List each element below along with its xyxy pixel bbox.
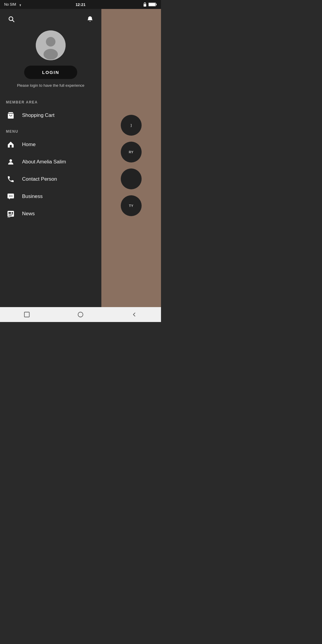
home-icon-wrapper [6,141,16,148]
cart-icon-wrapper [6,112,16,119]
sidebar-item-shopping-cart[interactable]: Shopping Cart [0,107,101,124]
svg-point-8 [46,37,55,47]
avatar-image [36,30,66,60]
square-icon [24,311,30,318]
status-right [143,2,157,7]
sidebar-item-business[interactable]: Business [0,188,101,205]
svg-rect-24 [24,312,30,317]
sidebar-item-about[interactable]: About Amelia Salim [0,153,101,171]
home-icon [7,141,15,148]
svg-line-6 [13,20,14,22]
news-label: News [22,211,35,217]
svg-rect-21 [8,215,12,216]
svg-rect-4 [156,4,157,5]
svg-point-0 [20,6,21,6]
about-label: About Amelia Salim [22,159,66,165]
login-button[interactable]: LOGIN [24,66,77,79]
person-icon [7,158,15,166]
cart-icon [7,112,15,119]
background-panel: ] RY TY [101,9,161,322]
news-icon-wrapper: DN [6,210,16,218]
sidebar-item-home[interactable]: Home [0,136,101,153]
sidebar-item-contact[interactable]: Contact Person [0,171,101,188]
bell-icon [87,16,93,22]
svg-rect-3 [149,3,155,6]
battery-icon [148,2,157,7]
member-area-label: MEMBER AREA [0,95,101,107]
news-icon: DN [7,210,15,218]
bg-badge-3 [121,168,142,189]
lock-icon [143,2,147,7]
chat-icon-wrapper [6,193,16,200]
bg-badge-1: ] [121,115,142,136]
shopping-cart-label: Shopping Cart [22,112,55,118]
svg-rect-1 [144,4,146,7]
avatar [36,30,66,60]
nav-home-button[interactable] [72,309,89,321]
back-icon [131,311,137,318]
bg-badge-2: RY [121,142,142,162]
nav-square-button[interactable] [18,309,36,321]
svg-point-9 [44,49,58,60]
svg-rect-19 [8,212,11,214]
svg-rect-12 [10,145,12,148]
search-button[interactable] [6,14,17,24]
svg-point-16 [10,196,11,196]
svg-point-13 [10,159,12,162]
profile-section: LOGIN Please login to have the full expe… [0,27,101,95]
status-left: No SIM [4,2,23,7]
phone-icon [7,175,15,183]
svg-point-17 [12,196,13,196]
svg-point-15 [9,196,10,196]
search-icon [8,16,15,22]
notification-button[interactable] [85,14,95,24]
home-label: Home [22,142,35,148]
phone-icon-wrapper [6,175,16,183]
sidebar: LOGIN Please login to have the full expe… [0,9,101,322]
chat-icon [7,193,15,200]
svg-rect-22 [12,212,13,214]
wifi-icon [18,3,23,6]
carrier-label: No SIM [4,2,16,7]
status-bar: No SIM 12:21 [0,0,161,9]
bg-badge-4: TY [121,195,142,216]
sidebar-header [0,9,101,27]
bottom-nav [0,307,161,322]
login-subtitle: Please login to have the full experience [17,83,84,88]
svg-rect-20 [8,214,13,215]
time-display: 12:21 [75,2,85,7]
business-label: Business [22,193,43,199]
contact-label: Contact Person [22,176,57,182]
circle-icon [77,311,84,318]
svg-text:DN: DN [7,217,10,218]
nav-back-button[interactable] [125,309,143,321]
menu-label: MENU [0,124,101,136]
sidebar-item-news[interactable]: DN News [0,205,101,222]
svg-point-25 [78,312,83,317]
person-icon-wrapper [6,158,16,166]
